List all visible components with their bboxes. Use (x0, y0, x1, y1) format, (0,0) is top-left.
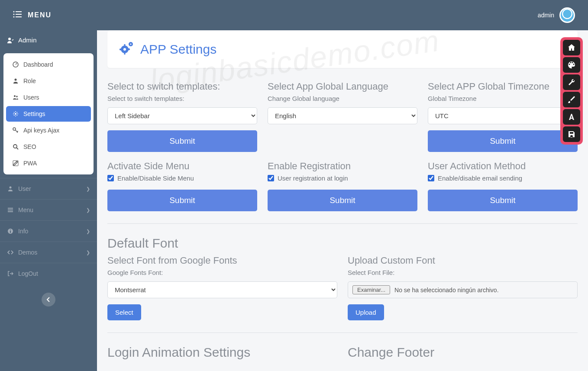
upload-font-button[interactable]: Upload (348, 304, 384, 320)
user-icon (7, 185, 14, 192)
template-title: Select to switch templates: (107, 81, 257, 92)
login-animation-heading: Login Animation Settings (107, 345, 337, 360)
sidemenu-submit-button[interactable]: Submit (107, 190, 257, 211)
upload-font-sub: Select Font File: (348, 269, 578, 276)
registration-submit-button[interactable]: Submit (268, 190, 417, 211)
sidebar-item-role[interactable]: Role (6, 73, 91, 89)
sidebar-section-label: Menu (18, 206, 33, 213)
floating-tools (560, 37, 583, 145)
sidebar-section-label: Info (18, 228, 28, 235)
role-icon (12, 77, 19, 84)
admin-icon (7, 37, 14, 44)
sidebar-item-label: Settings (23, 110, 45, 117)
info-icon (7, 228, 14, 235)
language-select[interactable]: English (268, 107, 417, 124)
svg-rect-3 (16, 14, 22, 15)
sidebar-item-api-keys-ajax[interactable]: Api keys Ajax (6, 123, 91, 138)
tool-font-icon[interactable] (563, 109, 580, 125)
user-area[interactable]: admin (538, 7, 575, 23)
activation-checkbox-row[interactable]: Enable/disable email sending (428, 174, 578, 182)
registration-checkbox[interactable] (268, 175, 274, 181)
tool-brush-icon[interactable] (563, 92, 580, 107)
activation-submit-button[interactable]: Submit (428, 190, 578, 211)
tool-save-icon[interactable] (563, 126, 580, 142)
google-font-title: Select Font from Google Fonts (107, 255, 337, 266)
svg-point-11 (15, 113, 16, 115)
tool-home-icon[interactable] (563, 40, 580, 55)
svg-rect-20 (10, 231, 11, 233)
svg-point-15 (10, 187, 12, 189)
key-icon (12, 127, 19, 134)
settings-icon (12, 110, 19, 117)
sidebar-item-pwa[interactable]: PWA (6, 155, 91, 171)
registration-checkbox-row[interactable]: User registration at login (268, 174, 417, 182)
chevron-right-icon: ❯ (86, 186, 90, 192)
sidebar-section-demos[interactable]: Demos❯ (0, 242, 97, 263)
users-icon (12, 94, 19, 101)
sidebar: Admin DashboardRoleUsersSettingsApi keys… (0, 30, 97, 371)
sidebar-item-label: Dashboard (23, 61, 53, 68)
timezone-sub: Global Timezone (428, 95, 578, 102)
menu-label: MENU (28, 11, 52, 19)
svg-point-23 (123, 48, 126, 51)
google-font-select[interactable]: Montserrat (107, 281, 337, 298)
collapse-sidebar-button[interactable] (42, 293, 55, 306)
divider (107, 332, 578, 333)
logout-icon (7, 270, 14, 277)
svg-point-2 (13, 13, 15, 15)
browse-button[interactable]: Examinar... (352, 285, 390, 294)
svg-point-31 (130, 44, 132, 45)
chevron-right-icon: ❯ (86, 207, 90, 213)
svg-point-4 (13, 16, 15, 17)
sidebar-item-seo[interactable]: SEO (6, 139, 91, 155)
sidebar-section-logout[interactable]: LogOut (0, 263, 97, 284)
svg-rect-24 (124, 44, 126, 46)
sidebar-section-menu[interactable]: Menu❯ (0, 199, 97, 220)
sidebar-item-settings[interactable]: Settings (6, 106, 91, 122)
block-sidemenu: Activate Side Menu Enable/Disable Side M… (107, 161, 257, 211)
gears-icon (120, 41, 135, 58)
timezone-submit-button[interactable]: Submit (428, 130, 578, 152)
search-icon (12, 143, 19, 150)
svg-rect-1 (16, 11, 22, 12)
sidebar-item-label: Api keys Ajax (23, 127, 59, 134)
menu-toggle[interactable]: MENU (13, 11, 52, 20)
sidemenu-checkbox[interactable] (107, 175, 114, 181)
tool-palette-icon[interactable] (563, 57, 580, 73)
svg-point-8 (15, 79, 17, 81)
block-timezone: Select APP Global Timezone Global Timezo… (428, 81, 578, 152)
svg-point-13 (13, 145, 17, 148)
topbar: MENU admin (0, 0, 588, 30)
sidebar-header-admin[interactable]: Admin (0, 30, 97, 50)
main-content: loginbasicdemo.com APP Settings Select t… (97, 30, 588, 371)
divider (107, 223, 578, 224)
sidebar-section-user[interactable]: User❯ (0, 178, 97, 199)
svg-point-0 (13, 11, 15, 12)
block-google-font: Select Font from Google Fonts Google Fon… (107, 255, 337, 320)
google-font-select-button[interactable]: Select (107, 304, 141, 320)
svg-point-21 (10, 229, 11, 230)
template-submit-button[interactable]: Submit (107, 130, 257, 152)
change-footer-heading: Change Footer (348, 345, 578, 360)
tool-wrench-icon[interactable] (563, 74, 580, 90)
sidebar-item-dashboard[interactable]: Dashboard (6, 57, 91, 72)
sidebar-admin-group: DashboardRoleUsersSettingsApi keys AjaxS… (3, 53, 94, 174)
sidebar-item-users[interactable]: Users (6, 90, 91, 105)
timezone-select[interactable]: UTC (428, 107, 578, 124)
activation-title: User Activation Method (428, 161, 578, 172)
sidemenu-title: Activate Side Menu (107, 161, 257, 172)
template-select[interactable]: Left Sidebar (107, 107, 257, 124)
sidebar-section-info[interactable]: Info❯ (0, 220, 97, 242)
page-title: APP Settings (120, 41, 565, 58)
sidemenu-checkbox-row[interactable]: Enable/Disable Side Menu (107, 174, 257, 182)
sidebar-item-label: SEO (23, 143, 36, 150)
file-input[interactable]: Examinar... No se ha seleccionado ningún… (348, 281, 578, 298)
svg-rect-17 (8, 210, 13, 210)
timezone-title: Select APP Global Timezone (428, 81, 578, 92)
block-upload-font: Upload Custom Font Select Font File: Exa… (348, 255, 578, 320)
avatar[interactable] (559, 7, 575, 23)
sidebar-item-label: PWA (23, 160, 37, 167)
activation-checkbox[interactable] (428, 175, 434, 181)
file-status: No se ha seleccionado ningún archivo. (394, 287, 499, 294)
google-font-sub: Google Fonts Font: (107, 269, 337, 276)
